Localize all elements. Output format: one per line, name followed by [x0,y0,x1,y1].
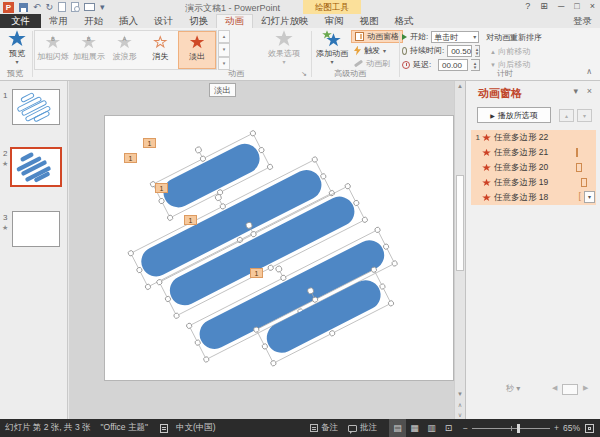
start-combobox[interactable]: 单击时 ▾ [431,31,479,43]
slide-thumbnail-1[interactable] [12,89,60,125]
timing-bar[interactable] [576,148,578,157]
tab-design[interactable]: 设计 [146,14,181,28]
tab-view[interactable]: 视图 [352,14,387,28]
tab-insert[interactable]: 插入 [111,14,146,28]
pane-menu-icon[interactable]: ▾ [573,86,578,96]
duration-input[interactable]: 00.50 [447,45,472,57]
seconds-dropdown[interactable]: 秒 ▾ [506,383,520,394]
gallery-item-bold-reveal[interactable]: B 加粗展示 [71,31,107,69]
rotation-handle [275,265,283,273]
maximize-icon[interactable]: □ [574,1,579,11]
vertical-scrollbar[interactable]: ▲ ▼ ∧ ∨ [454,81,465,419]
item-dropdown-icon[interactable]: ▾ [584,191,595,203]
resize-handle [388,300,395,307]
tab-format[interactable]: 格式 [387,14,422,28]
slide-sorter-view-icon[interactable]: ▦ [406,419,423,437]
delay-spinner[interactable]: ▴▾ [471,59,480,71]
qat-customize-icon[interactable]: ▾ [100,1,105,13]
zoom-in-icon[interactable]: + [554,423,559,433]
gallery-item-wave[interactable]: A 波浪形 [107,31,143,69]
gallery-scroll-down-icon[interactable]: ▾ [218,43,230,56]
previous-slide-icon[interactable]: ∧ [455,401,465,408]
timeline-zoom-out-icon[interactable]: ◀ [552,384,557,392]
gallery-item-fade[interactable]: 淡出 [178,31,216,69]
tab-transitions[interactable]: 切换 [181,14,216,28]
resize-handle [219,203,226,210]
duration-spinner[interactable]: ▴▾ [475,45,480,57]
resize-handle [261,343,268,350]
timing-bar[interactable] [576,163,582,172]
help-icon[interactable]: ? [525,1,530,11]
timeline-zoom-box[interactable] [562,384,578,395]
redo-icon[interactable]: ↻ [46,1,54,13]
collapse-ribbon-icon[interactable]: ∧ [586,67,592,76]
animation-pane-button[interactable]: 动画窗格 [351,30,403,43]
scroll-down-icon[interactable]: ▼ [455,391,465,397]
next-slide-icon[interactable]: ∨ [455,411,465,418]
timing-bar[interactable] [581,178,587,187]
tab-animations[interactable]: 动画 [216,14,253,28]
trigger-button[interactable]: 触发 ▾ [351,44,389,57]
minimize-icon[interactable]: ─ [558,1,564,11]
fit-slide-to-window-icon[interactable] [585,424,594,433]
animation-order-badge[interactable]: 1 [184,215,197,225]
gallery-item-bold-flash[interactable]: B 加粗闪烁 [35,31,71,69]
normal-view-icon[interactable]: ▤ [389,419,406,437]
start-slideshow-icon[interactable] [84,3,95,11]
effect-options-button[interactable]: 效果选项 ▾ [262,30,306,64]
tab-slideshow[interactable]: 幻灯片放映 [253,14,317,28]
animation-item-freeform-18[interactable]: 任意多边形 18 [ ▾ [471,190,596,205]
powerpoint-app-icon: P [3,2,14,13]
print-preview-icon[interactable] [71,2,79,12]
resize-handle [267,264,274,271]
tab-home[interactable]: 开始 [76,14,111,28]
slide-thumbnail-3[interactable] [12,211,60,247]
dialog-launcher-icon[interactable]: ↘ [301,70,307,78]
comments-icon [348,425,357,432]
animation-indicator-icon[interactable]: ★ [2,160,8,168]
close-icon[interactable]: × [590,1,595,11]
tab-file[interactable]: 文件 [0,14,41,28]
animation-item-freeform-22[interactable]: 1 任意多边形 22 [471,130,596,145]
animation-order-badge[interactable]: 1 [143,138,156,148]
sign-in-link[interactable]: 登录 [573,14,600,28]
zoom-out-icon[interactable]: − [463,423,468,433]
reading-view-icon[interactable]: ▥ [423,419,440,437]
theme-name[interactable]: "Office 主题" [101,422,148,434]
animation-order-badge[interactable]: 1 [155,183,168,193]
delay-input[interactable]: 00.00 [438,59,468,71]
notes-button[interactable]: 备注 [321,422,338,434]
resize-handle [249,130,256,137]
ribbon-display-options-icon[interactable]: ⊞ [540,1,548,11]
effect-star-icon [482,149,491,157]
pane-close-icon[interactable]: × [587,86,592,96]
gallery-item-disappear[interactable]: 消失 [142,31,178,69]
animation-item-freeform-21[interactable]: 任意多边形 21 [471,145,596,160]
zoom-percentage[interactable]: 65% [563,423,580,433]
proofing-icon[interactable] [160,424,168,433]
zoom-slider-thumb[interactable] [517,424,520,433]
timeline-zoom-in-icon[interactable]: ▶ [583,384,588,392]
add-animation-button[interactable]: 添加动画 ▾ [314,30,350,64]
undo-icon[interactable]: ↶ [33,1,41,13]
slideshow-view-icon[interactable]: ⊡ [440,419,457,437]
slide-thumbnail-2-selected[interactable] [10,147,62,187]
play-selected-button[interactable]: ▶ 播放所选项 [477,107,551,123]
animation-order-badge[interactable]: 1 [250,268,263,278]
scrollbar-thumb[interactable] [456,175,464,271]
zoom-slider[interactable] [472,428,550,429]
slide-editing-area[interactable]: 1 1 1 1 1 [104,115,454,381]
comments-button[interactable]: 批注 [360,422,377,434]
gallery-scroll-up-icon[interactable]: ▴ [218,30,230,43]
animation-item-freeform-20[interactable]: 任意多边形 20 [471,160,596,175]
tab-common[interactable]: 常用 [41,14,76,28]
animation-indicator-icon[interactable]: ★ [2,224,8,232]
preview-button[interactable]: 预览 ▾ [4,30,30,64]
tab-review[interactable]: 审阅 [317,14,352,28]
animation-item-freeform-19[interactable]: 任意多边形 19 [471,175,596,190]
language-indicator[interactable]: 中文(中国) [176,422,216,434]
new-document-icon[interactable] [58,2,66,12]
animation-order-badge[interactable]: 1 [124,153,137,163]
save-icon[interactable] [19,3,28,12]
scroll-up-icon[interactable]: ▲ [455,83,465,89]
